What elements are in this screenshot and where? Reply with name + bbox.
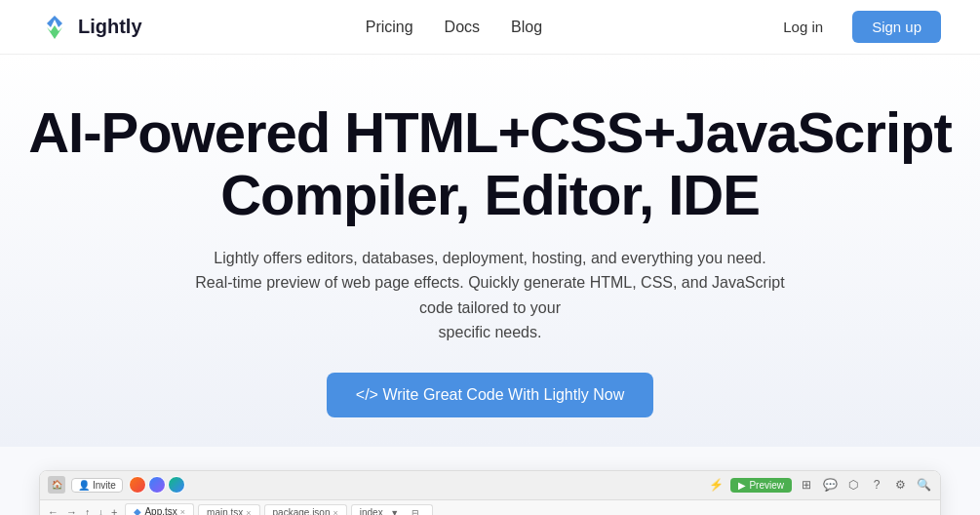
hero-subtitle: Lightly offers editors, databases, deplo… — [178, 246, 803, 345]
invite-icon: 👤 — [78, 480, 90, 491]
ide-toolbar: 🏠 👤 Invite ⚡ ▶ Preview ⊞ 💬 ⬡ ? ⚙ — [40, 471, 940, 500]
avatar-2 — [148, 476, 166, 494]
forward-icon[interactable]: → — [66, 506, 77, 515]
avatar-group — [129, 476, 185, 494]
grid-icon: ⊞ — [798, 478, 815, 492]
preview-button[interactable]: ▶ Preview — [730, 478, 792, 493]
lightly-logo-icon — [39, 12, 70, 43]
tab-close-icon[interactable]: × — [180, 507, 185, 515]
play-icon: ▶ — [738, 480, 746, 491]
split-icon: ⊟ — [407, 508, 424, 515]
tab-close-icon-3[interactable]: × — [333, 508, 338, 515]
nav-blog[interactable]: Blog — [511, 19, 542, 36]
ide-toolbar-right: ⚡ ▶ Preview ⊞ 💬 ⬡ ? ⚙ 🔍 — [707, 478, 932, 493]
hero-title: AI-Powered HTML+CSS+JavaScript Compiler,… — [20, 101, 960, 226]
add-icon[interactable]: + — [111, 506, 117, 515]
ide-preview-wrapper: 🏠 👤 Invite ⚡ ▶ Preview ⊞ 💬 ⬡ ? ⚙ — [0, 470, 980, 515]
search-icon: 🔍 — [915, 478, 932, 492]
upload-icon[interactable]: ↑ — [85, 506, 91, 515]
cta-button[interactable]: </> Write Great Code With Lightly Now — [327, 373, 653, 417]
navbar-auth: Log in Sign up — [765, 11, 941, 43]
tab-close-icon-2[interactable]: × — [246, 508, 251, 515]
navbar: Lightly Pricing Docs Blog Log in Sign up — [0, 0, 980, 55]
ide-tabs-bar: ← → ↑ ↓ + ◆ App.tsx × main.tsx × package… — [40, 500, 940, 515]
avatar-1 — [129, 476, 146, 494]
home-icon[interactable]: 🏠 — [48, 476, 65, 494]
tab-main-tsx[interactable]: main.tsx × — [198, 504, 260, 515]
download-icon[interactable]: ↓ — [98, 506, 104, 515]
settings-icon: ⚙ — [891, 478, 909, 492]
avatar-3 — [168, 476, 185, 494]
nav-docs[interactable]: Docs — [445, 19, 480, 36]
nav-pricing[interactable]: Pricing — [366, 19, 413, 36]
tab-app-tsx[interactable]: ◆ App.tsx × — [125, 503, 194, 515]
invite-button[interactable]: 👤 Invite — [71, 478, 123, 493]
chat-icon: 💬 — [821, 478, 839, 492]
signup-button[interactable]: Sign up — [852, 11, 941, 43]
ide-preview: 🏠 👤 Invite ⚡ ▶ Preview ⊞ 💬 ⬡ ? ⚙ — [39, 470, 941, 515]
login-button[interactable]: Log in — [765, 11, 841, 43]
lightning-icon: ⚡ — [707, 478, 725, 492]
help-icon: ? — [868, 478, 885, 492]
tab-package-json[interactable]: package.json × — [264, 504, 347, 515]
hero-section: AI-Powered HTML+CSS+JavaScript Compiler,… — [0, 55, 980, 447]
navbar-brand: Lightly — [39, 12, 142, 43]
brand-name: Lightly — [78, 16, 142, 38]
nav-links: Pricing Docs Blog — [366, 19, 542, 36]
dropdown-icon: ▼ — [386, 508, 404, 515]
share-icon: ⬡ — [844, 478, 862, 492]
back-icon[interactable]: ← — [48, 506, 59, 515]
tab-index[interactable]: index ▼ ⊟ — [351, 504, 433, 515]
